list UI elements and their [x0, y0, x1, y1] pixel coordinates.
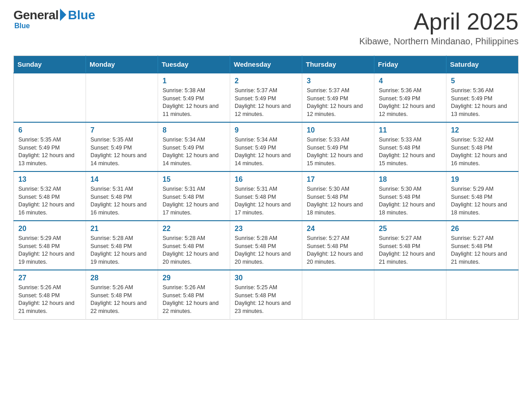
day-info: Sunrise: 5:35 AMSunset: 5:49 PMDaylight:…: [18, 136, 81, 167]
logo-general-text: General: [13, 9, 59, 21]
day-number: 5: [451, 77, 514, 85]
day-number: 19: [451, 176, 514, 184]
calendar-cell: 23Sunrise: 5:28 AMSunset: 5:48 PMDayligh…: [230, 221, 302, 270]
day-info: Sunrise: 5:33 AMSunset: 5:49 PMDaylight:…: [307, 136, 369, 167]
calendar-week-row: 27Sunrise: 5:26 AMSunset: 5:48 PMDayligh…: [14, 270, 519, 319]
day-number: 30: [235, 274, 297, 282]
day-number: 26: [451, 225, 514, 233]
calendar-week-row: 20Sunrise: 5:29 AMSunset: 5:48 PMDayligh…: [14, 221, 519, 270]
calendar-cell: [446, 270, 519, 319]
calendar-cell: 10Sunrise: 5:33 AMSunset: 5:49 PMDayligh…: [302, 122, 374, 171]
day-number: 23: [235, 225, 297, 233]
day-info: Sunrise: 5:34 AMSunset: 5:49 PMDaylight:…: [235, 136, 297, 167]
calendar-cell: [14, 73, 86, 122]
day-info: Sunrise: 5:31 AMSunset: 5:48 PMDaylight:…: [235, 185, 297, 217]
logo: General Blue Blue: [13, 9, 95, 30]
day-number: 15: [163, 176, 225, 184]
day-info: Sunrise: 5:34 AMSunset: 5:49 PMDaylight:…: [163, 136, 225, 167]
calendar-header-sunday: Sunday: [14, 56, 86, 73]
calendar-cell: 19Sunrise: 5:29 AMSunset: 5:48 PMDayligh…: [446, 171, 519, 221]
calendar-cell: 4Sunrise: 5:36 AMSunset: 5:49 PMDaylight…: [374, 73, 446, 122]
calendar-week-row: 13Sunrise: 5:32 AMSunset: 5:48 PMDayligh…: [14, 171, 519, 221]
day-number: 20: [18, 225, 81, 233]
day-number: 11: [379, 126, 442, 134]
day-info: Sunrise: 5:35 AMSunset: 5:49 PMDaylight:…: [90, 136, 153, 167]
calendar-header-row: SundayMondayTuesdayWednesdayThursdayFrid…: [14, 56, 519, 73]
calendar-cell: 26Sunrise: 5:27 AMSunset: 5:48 PMDayligh…: [446, 221, 519, 270]
day-info: Sunrise: 5:29 AMSunset: 5:48 PMDaylight:…: [18, 235, 81, 266]
day-info: Sunrise: 5:37 AMSunset: 5:49 PMDaylight:…: [307, 87, 369, 118]
calendar-cell: 5Sunrise: 5:36 AMSunset: 5:49 PMDaylight…: [446, 73, 519, 122]
day-info: Sunrise: 5:27 AMSunset: 5:48 PMDaylight:…: [451, 235, 514, 266]
calendar-table: SundayMondayTuesdayWednesdayThursdayFrid…: [13, 56, 519, 320]
day-info: Sunrise: 5:28 AMSunset: 5:48 PMDaylight:…: [90, 235, 153, 266]
calendar-header-saturday: Saturday: [446, 56, 519, 73]
day-info: Sunrise: 5:27 AMSunset: 5:48 PMDaylight:…: [307, 235, 369, 266]
day-number: 3: [307, 77, 369, 85]
calendar-cell: 14Sunrise: 5:31 AMSunset: 5:48 PMDayligh…: [86, 171, 158, 221]
day-info: Sunrise: 5:28 AMSunset: 5:48 PMDaylight:…: [235, 235, 297, 266]
calendar-cell: 6Sunrise: 5:35 AMSunset: 5:49 PMDaylight…: [14, 122, 86, 171]
day-number: 27: [18, 274, 81, 282]
calendar-cell: 22Sunrise: 5:28 AMSunset: 5:48 PMDayligh…: [158, 221, 230, 270]
day-info: Sunrise: 5:30 AMSunset: 5:48 PMDaylight:…: [307, 185, 369, 217]
day-number: 14: [90, 176, 153, 184]
day-info: Sunrise: 5:25 AMSunset: 5:48 PMDaylight:…: [235, 284, 297, 315]
calendar-cell: 20Sunrise: 5:29 AMSunset: 5:48 PMDayligh…: [14, 221, 86, 270]
day-number: 24: [307, 225, 369, 233]
day-number: 4: [379, 77, 442, 85]
day-info: Sunrise: 5:26 AMSunset: 5:48 PMDaylight:…: [90, 284, 153, 315]
calendar-cell: 17Sunrise: 5:30 AMSunset: 5:48 PMDayligh…: [302, 171, 374, 221]
calendar-cell: 1Sunrise: 5:38 AMSunset: 5:49 PMDaylight…: [158, 73, 230, 122]
day-number: 1: [163, 77, 225, 85]
day-number: 9: [235, 126, 297, 134]
day-info: Sunrise: 5:36 AMSunset: 5:49 PMDaylight:…: [451, 87, 514, 118]
day-info: Sunrise: 5:32 AMSunset: 5:48 PMDaylight:…: [18, 185, 81, 217]
day-info: Sunrise: 5:32 AMSunset: 5:48 PMDaylight:…: [451, 136, 514, 167]
day-number: 8: [163, 126, 225, 134]
calendar-cell: 21Sunrise: 5:28 AMSunset: 5:48 PMDayligh…: [86, 221, 158, 270]
day-info: Sunrise: 5:31 AMSunset: 5:48 PMDaylight:…: [163, 185, 225, 217]
calendar-header-monday: Monday: [86, 56, 158, 73]
day-info: Sunrise: 5:38 AMSunset: 5:49 PMDaylight:…: [163, 87, 225, 118]
logo-underline: Blue: [13, 22, 95, 30]
logo-blue-text: Blue: [68, 9, 95, 21]
calendar-cell: 28Sunrise: 5:26 AMSunset: 5:48 PMDayligh…: [86, 270, 158, 319]
page-header: General Blue Blue April 2025 Kibawe, Nor…: [13, 9, 519, 47]
calendar-week-row: 6Sunrise: 5:35 AMSunset: 5:49 PMDaylight…: [14, 122, 519, 171]
calendar-cell: 27Sunrise: 5:26 AMSunset: 5:48 PMDayligh…: [14, 270, 86, 319]
day-info: Sunrise: 5:28 AMSunset: 5:48 PMDaylight:…: [163, 235, 225, 266]
day-number: 17: [307, 176, 369, 184]
day-number: 6: [18, 126, 81, 134]
calendar-cell: 7Sunrise: 5:35 AMSunset: 5:49 PMDaylight…: [86, 122, 158, 171]
day-info: Sunrise: 5:36 AMSunset: 5:49 PMDaylight:…: [379, 87, 442, 118]
calendar-cell: [86, 73, 158, 122]
day-number: 13: [18, 176, 81, 184]
day-number: 21: [90, 225, 153, 233]
calendar-header-friday: Friday: [374, 56, 446, 73]
calendar-cell: 25Sunrise: 5:27 AMSunset: 5:48 PMDayligh…: [374, 221, 446, 270]
calendar-header-thursday: Thursday: [302, 56, 374, 73]
calendar-cell: [374, 270, 446, 319]
day-info: Sunrise: 5:26 AMSunset: 5:48 PMDaylight:…: [18, 284, 81, 315]
logo-triangle-icon: [60, 9, 66, 21]
calendar-cell: 15Sunrise: 5:31 AMSunset: 5:48 PMDayligh…: [158, 171, 230, 221]
main-title: April 2025: [359, 9, 519, 34]
calendar-week-row: 1Sunrise: 5:38 AMSunset: 5:49 PMDaylight…: [14, 73, 519, 122]
day-info: Sunrise: 5:26 AMSunset: 5:48 PMDaylight:…: [163, 284, 225, 315]
subtitle: Kibawe, Northern Mindanao, Philippines: [359, 36, 519, 47]
title-area: April 2025 Kibawe, Northern Mindanao, Ph…: [359, 9, 519, 47]
day-number: 18: [379, 176, 442, 184]
day-info: Sunrise: 5:37 AMSunset: 5:49 PMDaylight:…: [235, 87, 297, 118]
day-info: Sunrise: 5:30 AMSunset: 5:48 PMDaylight:…: [379, 185, 442, 217]
calendar-cell: 24Sunrise: 5:27 AMSunset: 5:48 PMDayligh…: [302, 221, 374, 270]
calendar-cell: 13Sunrise: 5:32 AMSunset: 5:48 PMDayligh…: [14, 171, 86, 221]
day-number: 2: [235, 77, 297, 85]
calendar-header-wednesday: Wednesday: [230, 56, 302, 73]
calendar-cell: 8Sunrise: 5:34 AMSunset: 5:49 PMDaylight…: [158, 122, 230, 171]
day-info: Sunrise: 5:29 AMSunset: 5:48 PMDaylight:…: [451, 185, 514, 217]
calendar-cell: [302, 270, 374, 319]
calendar-cell: 12Sunrise: 5:32 AMSunset: 5:48 PMDayligh…: [446, 122, 519, 171]
calendar-header-tuesday: Tuesday: [158, 56, 230, 73]
calendar-cell: 30Sunrise: 5:25 AMSunset: 5:48 PMDayligh…: [230, 270, 302, 319]
